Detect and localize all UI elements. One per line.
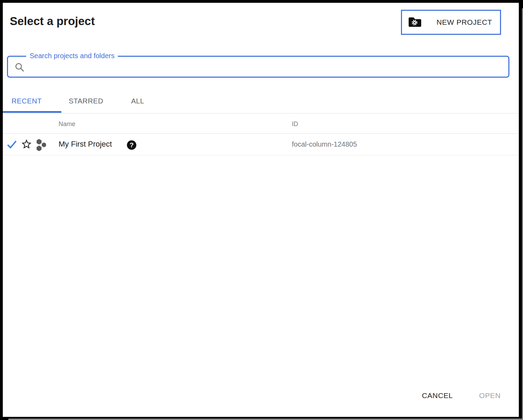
project-name: My First Project (59, 140, 112, 149)
backdrop-edge-bottom (8, 419, 523, 420)
search-input[interactable] (8, 57, 508, 77)
column-header-name: Name (59, 120, 75, 128)
tab-starred[interactable]: STARRED (61, 89, 117, 113)
star-outline-icon[interactable] (21, 138, 32, 151)
tab-all[interactable]: ALL (117, 89, 159, 113)
tab-recent-label: RECENT (12, 97, 42, 105)
open-button[interactable]: OPEN (474, 387, 506, 404)
project-row[interactable]: My First Project ? focal-column-124805 (3, 134, 519, 155)
active-tab-indicator (3, 111, 61, 113)
cancel-button[interactable]: CANCEL (417, 387, 458, 404)
search-field: Search projects and folders (7, 56, 509, 78)
folder-gear-icon (408, 17, 422, 28)
select-project-dialog: Select a project NEW PROJECT Search proj… (3, 3, 519, 417)
new-project-button[interactable]: NEW PROJECT (401, 10, 501, 35)
dialog-title: Select a project (10, 15, 95, 28)
tabs-bar: RECENT STARRED ALL (3, 89, 519, 114)
project-hexagons-icon (35, 137, 48, 153)
project-id: focal-column-124805 (292, 140, 357, 148)
question-circle-icon[interactable]: ? (127, 140, 136, 150)
new-project-label: NEW PROJECT (437, 18, 492, 26)
tab-recent[interactable]: RECENT (3, 89, 61, 113)
tab-starred-label: STARRED (69, 97, 103, 105)
column-header-id: ID (292, 120, 298, 128)
check-icon (7, 140, 17, 151)
tab-all-label: ALL (131, 97, 144, 105)
